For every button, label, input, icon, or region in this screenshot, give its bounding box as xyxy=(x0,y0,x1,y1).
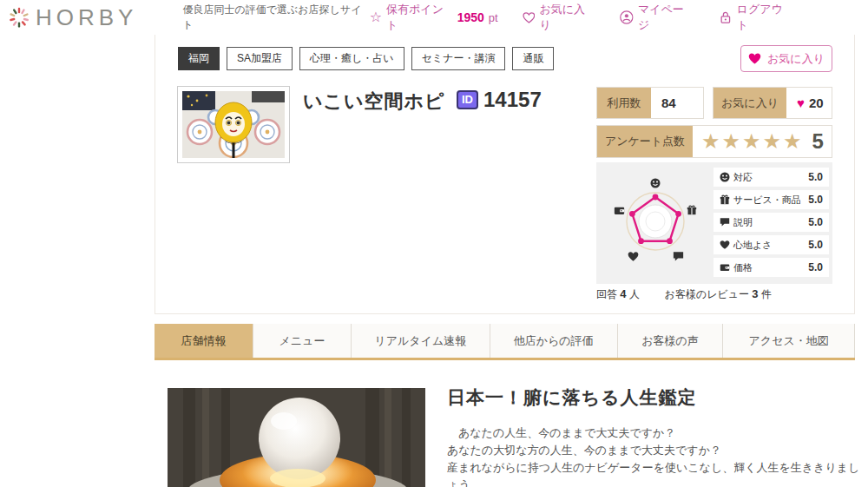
tag-membership[interactable]: SA加盟店 xyxy=(227,47,293,70)
reviews-unit: 件 xyxy=(761,288,772,300)
reviews-label: お客様のレビュー xyxy=(665,288,749,300)
site-tagline: 優良店同士の評価で選ぶお店探しサイト xyxy=(182,3,369,32)
tab-store-info[interactable]: 店舗情報 xyxy=(155,324,253,358)
smiley-icon xyxy=(720,172,730,182)
respondents-line: 回答 4 人 お客様のレビュー 3 件 xyxy=(596,287,772,302)
usage-stat: 利用数 84 xyxy=(596,87,704,119)
rating-row-comfort: 心地よさ 5.0 xyxy=(713,235,829,254)
nav-mypage[interactable]: マイページ xyxy=(620,2,694,33)
survey-label: アンケート点数 xyxy=(597,126,693,157)
favorite-stat-value: 20 xyxy=(809,95,824,110)
wallet-icon xyxy=(720,262,730,273)
rating-value: 5.0 xyxy=(808,261,823,273)
speech-bubble-icon xyxy=(720,217,730,227)
rating-label: サービス・商品 xyxy=(733,194,801,207)
rating-value: 5.0 xyxy=(808,239,823,251)
heart-icon xyxy=(720,240,730,250)
nav-logout-label: ログアウト xyxy=(737,2,793,33)
tab-customer-voices[interactable]: お客様の声 xyxy=(617,324,723,358)
store-id: ID 14157 xyxy=(457,88,542,112)
respondents-count: 4 xyxy=(620,287,626,300)
usage-label: 利用数 xyxy=(597,88,651,118)
tab-peer-reviews[interactable]: 他店からの評価 xyxy=(490,324,617,358)
tab-menu[interactable]: メニュー xyxy=(253,324,351,358)
gift-icon xyxy=(720,194,730,205)
tab-realtime-news[interactable]: リアルタイム速報 xyxy=(351,324,490,358)
site-logo[interactable]: HORBY xyxy=(7,4,137,31)
rating-row-service: サービス・商品 5.0 xyxy=(713,190,829,209)
add-favorite-label: お気に入り xyxy=(767,51,825,67)
rating-label: 心地よさ xyxy=(733,239,773,252)
heart-outline-icon xyxy=(523,11,536,24)
reviews-count: 3 xyxy=(752,287,758,300)
site-header: HORBY 優良店同士の評価で選ぶお店探しサイト ☆ 保有ポイント 1950 p… xyxy=(0,0,868,35)
crystal-ball-image xyxy=(168,388,425,487)
store-card: 福岡 SA加盟店 心理・癒し・占い セミナー・講演 通販 お気に入り xyxy=(155,35,855,314)
star-rating-icons: ★★★★★ xyxy=(701,131,804,152)
add-favorite-button[interactable]: お気に入り xyxy=(740,45,832,72)
rating-row-price: 価格 5.0 xyxy=(713,258,829,277)
tag-category-1[interactable]: 心理・癒し・占い xyxy=(299,47,404,70)
rating-label: 対応 xyxy=(733,171,753,184)
nav-mypage-label: マイページ xyxy=(638,2,694,33)
store-name: いこい空間ホピ xyxy=(303,89,445,115)
points-status[interactable]: ☆ 保有ポイント 1950 pt xyxy=(370,2,498,33)
store-photo-thumbnail xyxy=(177,86,290,163)
nav-logout[interactable]: ログアウト xyxy=(719,2,793,33)
survey-score: アンケート点数 ★★★★★ 5 xyxy=(596,125,832,158)
heart-icon: ♥ xyxy=(797,95,805,110)
store-id-value: 14157 xyxy=(483,88,542,112)
star-outline-icon: ☆ xyxy=(370,10,382,24)
tag-category-2[interactable]: セミナー・講演 xyxy=(411,47,506,70)
rating-label: 説明 xyxy=(733,216,753,229)
heart-icon xyxy=(748,52,761,65)
person-circle-icon xyxy=(620,10,634,24)
rating-label: 価格 xyxy=(733,261,753,274)
tag-category-3[interactable]: 通販 xyxy=(512,47,554,70)
nav-favorites[interactable]: お気に入り xyxy=(523,2,595,33)
usage-value: 84 xyxy=(651,88,703,118)
lock-icon xyxy=(719,10,733,24)
favorite-stat: お気に入り ♥ 20 xyxy=(713,87,832,119)
rating-value: 5.0 xyxy=(808,216,823,228)
logo-text: HORBY xyxy=(36,4,137,31)
radar-chart xyxy=(598,164,716,282)
rating-value: 5.0 xyxy=(808,194,823,206)
logo-burst-icon xyxy=(7,5,31,30)
description-line: 産まれながらに持つ人生のナビゲーターを使いこなし、輝く人生を生ききりましょう。 xyxy=(447,459,862,487)
respondents-label: 回答 xyxy=(596,288,617,300)
id-badge: ID xyxy=(457,90,478,109)
description-paragraph: あなたの人生、今のままで大丈夫ですか？ あなたの大切な方の人生、今のままで大丈夫… xyxy=(447,424,862,487)
description-line: あなたの人生、今のままで大丈夫ですか？ xyxy=(447,424,862,442)
store-tab-bar: 店舗情報 メニュー リアルタイム速報 他店からの評価 お客様の声 アクセス・地図 xyxy=(155,324,855,360)
points-label: 保有ポイント xyxy=(386,2,453,33)
rating-panel: 対応 5.0 サービス・商品 5.0 説明 5.0 心地よさ 5.0 価格 xyxy=(596,162,832,284)
favorite-stat-label: お気に入り xyxy=(713,88,786,118)
points-value: 1950 xyxy=(457,10,484,24)
rating-value: 5.0 xyxy=(808,171,823,183)
nav-favorites-label: お気に入り xyxy=(539,2,595,33)
points-unit: pt xyxy=(489,11,498,24)
crystal-ball-photo xyxy=(168,388,425,487)
tab-access-map[interactable]: アクセス・地図 xyxy=(722,324,855,358)
survey-score-value: 5 xyxy=(812,129,824,154)
daruma-photo xyxy=(182,91,285,158)
rating-row-explanation: 説明 5.0 xyxy=(713,213,829,232)
rating-row-response: 対応 5.0 xyxy=(713,168,829,187)
description-line: あなたの大切な方の人生、今のままで大丈夫ですか？ xyxy=(447,442,862,459)
store-tag-list: 福岡 SA加盟店 心理・癒し・占い セミナー・講演 通販 xyxy=(178,47,554,70)
store-description: 日本一！腑に落ちる人生鑑定 あなたの人生、今のままで大丈夫ですか？ あなたの大切… xyxy=(447,385,862,487)
description-heading: 日本一！腑に落ちる人生鑑定 xyxy=(447,385,862,410)
respondents-unit: 人 xyxy=(629,288,640,300)
rating-list: 対応 5.0 サービス・商品 5.0 説明 5.0 心地よさ 5.0 価格 xyxy=(713,168,829,277)
tag-region[interactable]: 福岡 xyxy=(178,47,220,70)
